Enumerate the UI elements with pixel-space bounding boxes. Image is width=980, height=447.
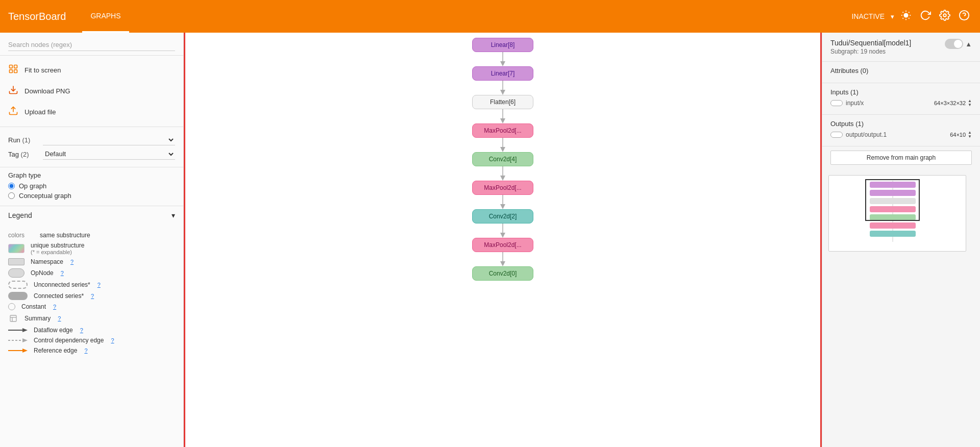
dataflow-help[interactable]: ? — [80, 327, 83, 333]
reference-edge-label: Reference edge — [34, 347, 77, 354]
op-graph-label: Op graph — [19, 182, 46, 190]
conceptual-graph-radio[interactable] — [8, 192, 15, 199]
namespace-chip — [8, 258, 24, 265]
unconnected-label: Unconnected series* — [34, 281, 90, 288]
node-linear7[interactable]: Linear[7] — [472, 66, 533, 81]
conceptual-graph-option[interactable]: Conceptual graph — [8, 192, 175, 200]
input-left: input/x — [830, 100, 864, 107]
brightness-icon[interactable] — [898, 8, 914, 26]
node-maxpool5[interactable]: MaxPool2d[... — [472, 123, 533, 138]
graph-type-title: Graph type — [8, 171, 175, 179]
opnode-help[interactable]: ? — [61, 270, 64, 276]
unique-chip — [8, 244, 24, 253]
tag-select[interactable]: Default — [43, 148, 175, 160]
panel-toggle: ▲ — [945, 39, 972, 49]
toggle-button[interactable] — [945, 39, 963, 49]
output-spinner[interactable]: ▲ ▼ — [968, 131, 972, 139]
status-label: INACTIVE — [851, 12, 885, 20]
svg-marker-30 — [500, 90, 505, 95]
opnode-label: OpNode — [31, 269, 54, 277]
attributes-section: Attributes (0) — [822, 62, 980, 83]
node-conv4[interactable]: Conv2d[4] — [472, 152, 533, 166]
upload-file-label: Upload file — [24, 108, 56, 116]
node-conv2[interactable]: Conv2d[2] — [472, 209, 533, 224]
run-select[interactable] — [43, 134, 175, 145]
svg-marker-22 — [22, 328, 28, 332]
constant-chip — [8, 303, 15, 310]
input-spinner[interactable]: ▲ ▼ — [968, 99, 972, 107]
search-input[interactable] — [8, 39, 175, 51]
fit-icon — [8, 64, 18, 77]
summary-help[interactable]: ? — [58, 315, 61, 321]
namespace-help[interactable]: ? — [70, 259, 74, 265]
chevron-up-icon[interactable]: ▲ — [965, 40, 972, 48]
mini-graph-preview[interactable] — [828, 175, 966, 252]
node-maxpool1[interactable]: MaxPool2d[... — [472, 238, 533, 252]
header: TensorBoard GRAPHS INACTIVE ▾ — [0, 0, 980, 33]
download-png-button[interactable]: Download PNG — [0, 81, 183, 102]
node-linear8[interactable]: Linear[8] — [472, 38, 533, 52]
upload-file-button[interactable]: Upload file — [0, 102, 183, 122]
graph-nodes-container: Linear[8] Linear[7] Flatten[6] MaxPool2d… — [452, 33, 554, 281]
node-maxpool3[interactable]: MaxPool2d[... — [472, 181, 533, 195]
svg-rect-13 — [14, 65, 17, 68]
reference-help[interactable]: ? — [84, 347, 87, 354]
tag-label: Tag (2) — [8, 151, 39, 158]
connected-label: Connected series* — [34, 292, 84, 300]
output-name: output/output.1 — [846, 131, 887, 138]
main-layout: Fit to screen Download PNG Upload file R… — [0, 0, 980, 447]
node-conv0[interactable]: Conv2d[0] — [472, 266, 533, 281]
node-flatten6[interactable]: Flatten[6] — [472, 95, 533, 109]
remove-from-main-graph-button[interactable]: Remove from main graph — [830, 151, 972, 165]
sidebar-controls: Run (1) Tag (2) Default — [0, 127, 183, 167]
graph-area[interactable]: Linear[8] Linear[7] Flatten[6] MaxPool2d… — [184, 33, 822, 447]
fit-to-screen-button[interactable]: Fit to screen — [0, 60, 183, 81]
run-label: Run (1) — [8, 136, 39, 144]
input-oval-icon — [830, 100, 843, 106]
svg-rect-49 — [870, 222, 916, 229]
svg-marker-40 — [500, 233, 505, 238]
legend-content: colors same substructure unique substruc… — [0, 225, 183, 361]
svg-point-9 — [943, 14, 946, 17]
connector-2 — [498, 109, 508, 123]
graph-type-section: Graph type Op graph Conceptual graph — [0, 167, 183, 206]
refresh-icon[interactable] — [918, 8, 933, 26]
unconnected-help[interactable]: ? — [97, 282, 101, 288]
svg-line-8 — [909, 12, 909, 12]
constant-label: Constant — [21, 303, 46, 310]
settings-icon[interactable] — [937, 8, 952, 26]
help-icon[interactable] — [957, 8, 972, 26]
legend-header[interactable]: Legend ▾ — [0, 206, 183, 225]
svg-marker-26 — [22, 349, 28, 353]
legend-unique-row: unique substructure (* = expandable) — [8, 242, 175, 255]
legend-opnode-row: OpNode ? — [8, 268, 175, 278]
connected-help[interactable]: ? — [91, 293, 94, 299]
legend-summary-row: Summary ? — [8, 313, 175, 324]
attributes-title: Attributes (0) — [830, 67, 972, 74]
summary-chip — [8, 313, 18, 324]
right-boundary-line — [820, 33, 822, 447]
sidebar-search-section — [0, 33, 183, 56]
svg-rect-47 — [870, 206, 916, 212]
input-value: 64×3×32×32 — [934, 100, 966, 106]
op-graph-option[interactable]: Op graph — [8, 182, 175, 190]
legend-colors-row: colors same substructure — [8, 232, 175, 239]
mini-graph-svg — [829, 176, 957, 250]
op-graph-radio[interactable] — [8, 183, 15, 189]
svg-line-6 — [909, 18, 909, 18]
svg-marker-42 — [500, 261, 505, 266]
sidebar-actions: Fit to screen Download PNG Upload file — [0, 56, 183, 127]
left-boundary-line — [184, 33, 185, 447]
svg-line-5 — [903, 12, 903, 12]
chevron-down-icon[interactable]: ▾ — [891, 13, 894, 20]
summary-label: Summary — [24, 315, 51, 322]
constant-help[interactable]: ? — [53, 304, 56, 310]
right-panel-title-block: Tudui/Sequential[model1] Subgraph: 19 no… — [830, 39, 911, 55]
svg-marker-36 — [500, 176, 505, 181]
legend-namespace-row: Namespace ? — [8, 258, 175, 265]
svg-marker-38 — [500, 204, 505, 209]
input-value-group: 64×3×32×32 ▲ ▼ — [934, 99, 972, 107]
legend-chevron-icon: ▾ — [172, 211, 175, 219]
graphs-tab[interactable]: GRAPHS — [82, 0, 129, 33]
control-help[interactable]: ? — [111, 337, 114, 343]
